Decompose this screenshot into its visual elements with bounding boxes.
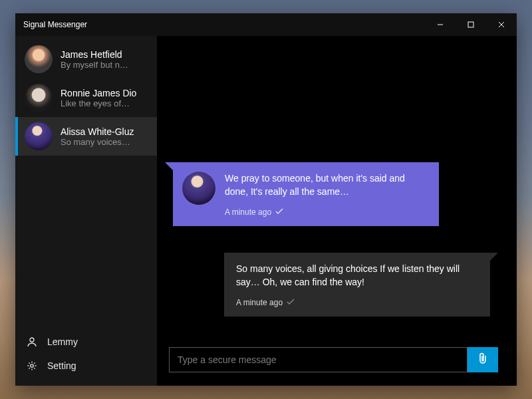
contact-preview: Like the eyes of… (61, 98, 136, 108)
message-meta: A minute ago (236, 297, 478, 309)
message-list: We pray to someone, but when it's said a… (157, 36, 517, 347)
maximize-button[interactable] (456, 13, 486, 36)
app-title: Signal Messenger (23, 20, 87, 29)
message-input[interactable] (169, 347, 467, 372)
contact-list: James Hetfield By myself but n… Ronnie J… (15, 36, 157, 156)
settings-button[interactable]: Setting (15, 354, 157, 378)
contact-preview: So many voices… (61, 137, 134, 147)
paperclip-icon (477, 352, 489, 368)
composer (157, 347, 517, 372)
message-text: We pray to someone, but when it's said a… (225, 172, 427, 199)
contact-preview: By myself but n… (61, 60, 128, 70)
contact-item[interactable]: Ronnie James Dio Like the eyes of… (15, 78, 157, 117)
svg-point-4 (30, 338, 34, 342)
minimize-button[interactable] (425, 13, 456, 36)
attach-button[interactable] (467, 347, 498, 372)
current-user-name: Lemmy (47, 336, 78, 347)
message-incoming: We pray to someone, but when it's said a… (173, 162, 501, 226)
avatar (25, 84, 53, 112)
current-user[interactable]: Lemmy (15, 330, 157, 354)
avatar (25, 45, 53, 73)
contact-item[interactable]: Alissa White-Gluz So many voices… (15, 117, 157, 156)
avatar (182, 172, 215, 205)
sidebar: James Hetfield By myself but n… Ronnie J… (15, 36, 157, 386)
message-meta: A minute ago (225, 207, 427, 218)
person-icon (26, 336, 38, 347)
check-icon (287, 297, 296, 309)
chat-panel: We pray to someone, but when it's said a… (157, 36, 517, 386)
window-controls (425, 13, 517, 36)
svg-point-5 (31, 364, 33, 367)
bubble-tail (489, 253, 498, 262)
contact-item[interactable]: James Hetfield By myself but n… (15, 40, 157, 78)
contact-name: James Hetfield (61, 49, 128, 60)
check-icon (275, 207, 285, 218)
avatar (25, 122, 53, 150)
message-bubble: So many voices, all giving choices If we… (224, 253, 490, 317)
message-timestamp: A minute ago (225, 207, 271, 218)
sidebar-footer: Lemmy Setting (15, 326, 157, 386)
message-text: So many voices, all giving choices If we… (236, 262, 478, 289)
gear-icon (26, 360, 38, 371)
titlebar: Signal Messenger (15, 13, 517, 36)
close-button[interactable] (486, 13, 517, 36)
app-window: Signal Messenger James Hetfield By mysel… (15, 13, 517, 386)
contact-name: Ronnie James Dio (61, 88, 136, 98)
contact-name: Alissa White-Gluz (61, 126, 134, 137)
message-timestamp: A minute ago (236, 297, 283, 309)
message-outgoing: So many voices, all giving choices If we… (173, 253, 501, 317)
message-bubble: We pray to someone, but when it's said a… (173, 162, 439, 226)
svg-rect-1 (468, 22, 473, 27)
settings-label: Setting (47, 360, 76, 371)
